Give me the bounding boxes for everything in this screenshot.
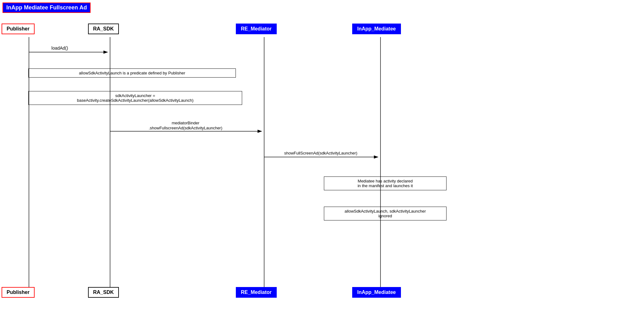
participant-rasdk-top: RA_SDK bbox=[88, 24, 119, 34]
diagram-svg: loadAd() mediatorBinder .showFullscreenA… bbox=[0, 0, 644, 320]
note-sdk-activity-launcher: sdkActivityLauncher =baseActivity.create… bbox=[28, 91, 242, 105]
participant-inappmediatee-top: InApp_Mediatee bbox=[352, 24, 401, 34]
participant-remediator-top: RE_Mediator bbox=[236, 24, 277, 34]
participant-rasdk-bottom: RA_SDK bbox=[88, 287, 119, 298]
participant-publisher-bottom: Publisher bbox=[2, 287, 35, 298]
svg-text:.showFullscreenAd(sdkActivityL: .showFullscreenAd(sdkActivityLauncher) bbox=[149, 126, 222, 130]
participant-publisher-top: Publisher bbox=[2, 24, 35, 34]
participant-remediator-bottom: RE_Mediator bbox=[236, 287, 277, 298]
svg-text:mediatorBinder: mediatorBinder bbox=[172, 121, 200, 125]
participant-inappmediatee-bottom: InApp_Mediatee bbox=[352, 287, 401, 298]
svg-text:loadAd(): loadAd() bbox=[52, 46, 68, 51]
diagram-title: InApp Mediatee Fullscreen Ad bbox=[3, 3, 91, 13]
note-predicate: allowSdkActivityLaunch is a predicate de… bbox=[28, 68, 236, 78]
note-ignored: allowSdkActivityLaunch, sdkActivityLaunc… bbox=[324, 207, 447, 220]
svg-text:showFullScreenAd(sdkActivityLa: showFullScreenAd(sdkActivityLauncher) bbox=[284, 151, 358, 155]
sequence-diagram: InApp Mediatee Fullscreen Ad Publisher R… bbox=[0, 0, 644, 320]
note-mediatee-activity: Mediatee has activity declaredin the man… bbox=[324, 176, 447, 190]
